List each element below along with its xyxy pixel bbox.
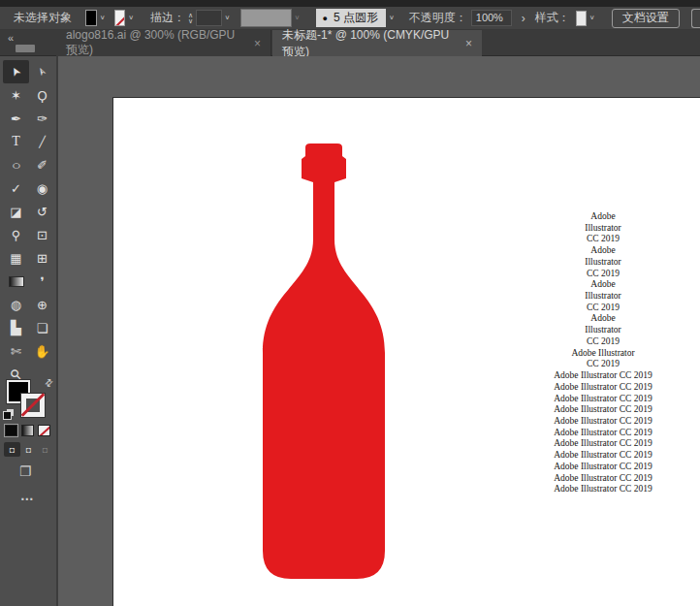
text-line: Adobe Illustrator CC 2019	[524, 428, 683, 439]
chevron-down-icon[interactable]: ∨	[589, 15, 595, 21]
gradient-tool[interactable]	[3, 270, 29, 293]
shape-builder-icon: ⊕	[37, 299, 48, 311]
shaper-tool[interactable]: ✓	[3, 176, 29, 200]
hand-icon: ✋	[34, 345, 49, 358]
brush-dot-icon: ●	[322, 14, 327, 23]
pen-tool[interactable]: ✒	[3, 107, 29, 130]
paintbrush-icon: ✐	[37, 159, 48, 172]
close-tab-icon[interactable]: ×	[254, 37, 261, 50]
text-line: Adobe Illustrator	[524, 348, 683, 360]
puppet-warp-icon: ⚲	[12, 229, 21, 241]
text-line: Adobe	[524, 313, 683, 325]
apply-gradient-button[interactable]	[21, 425, 34, 436]
text-line: Adobe Illustrator CC 2019	[524, 404, 683, 416]
text-line: Adobe Illustrator CC 2019	[524, 450, 683, 462]
magic-wand-tool[interactable]: ✶	[3, 83, 29, 107]
document-tab-untitled1[interactable]: 未标题-1* @ 100% (CMYK/GPU 预览) ×	[272, 30, 482, 56]
apply-color-button[interactable]	[5, 425, 17, 436]
apply-none-button[interactable]	[38, 425, 50, 436]
chevron-down-icon[interactable]: ∨	[389, 15, 395, 21]
text-line: Adobe Illustrator CC 2019	[524, 394, 683, 405]
graph-tool[interactable]: ▙	[3, 316, 29, 339]
puppet-warp-tool[interactable]: ⚲	[3, 223, 29, 246]
artboard-icon: ❏	[37, 322, 48, 335]
edit-toolbar-button[interactable]: ⋯	[20, 491, 34, 506]
screen-mode-button[interactable]: ❐	[19, 463, 32, 479]
document-setup-button[interactable]: 文档设置	[612, 9, 680, 28]
tools-grid: ➤➣✶Ϙ✒✑T╱○✐✓◉◪↺⚲⊡▦⊞❜◍⊕▙❏✄✋⚲	[3, 60, 55, 386]
eyedropper-icon: ❜	[40, 275, 44, 288]
text-line: Adobe	[524, 211, 683, 223]
opacity-label: 不透明度：	[409, 10, 467, 26]
text-line: CC 2019	[524, 336, 683, 348]
eraser-tool[interactable]: ◪	[3, 200, 29, 223]
curvature-icon: ✑	[37, 112, 48, 125]
chevron-down-icon[interactable]: ∨	[100, 15, 106, 21]
style-label: 样式：	[535, 10, 570, 26]
chevron-down-icon[interactable]: ∨	[128, 15, 134, 21]
eraser-icon: ◪	[10, 206, 21, 218]
apply-row	[5, 425, 50, 436]
lasso-tool[interactable]: Ϙ	[29, 83, 55, 107]
text-line: Adobe	[524, 245, 683, 257]
slice-tool[interactable]: ✄	[3, 339, 29, 363]
artboard-tool[interactable]: ❏	[29, 316, 55, 339]
partial-toolbar-button[interactable]	[691, 9, 700, 28]
type-icon: T	[12, 135, 20, 148]
draw-normal-button[interactable]: ◘	[4, 442, 20, 457]
text-line: Illustrator	[524, 223, 683, 235]
shaper-icon: ✓	[11, 182, 21, 195]
perspective-grid-tool[interactable]: ⊞	[29, 246, 55, 270]
draw-inside-button[interactable]: ◘	[37, 442, 53, 457]
text-line: CC 2019	[524, 269, 683, 280]
mesh-tool[interactable]: ▦	[3, 246, 29, 270]
stroke-none-swatch[interactable]	[21, 394, 45, 417]
chevron-down-icon[interactable]: ∨	[225, 15, 231, 21]
curvature-tool[interactable]: ✑	[29, 107, 55, 130]
tab-title: alogo816.ai @ 300% (RGB/GPU 预览)	[66, 28, 244, 58]
symbol-sprayer-tool[interactable]: ◍	[3, 293, 29, 316]
blob-brush-icon: ◉	[37, 182, 48, 195]
artboard-text[interactable]: AdobeIllustratorCC 2019AdobeIllustratorC…	[524, 211, 683, 495]
text-line: Adobe Illustrator CC 2019	[524, 370, 683, 382]
eyedropper-tool[interactable]: ❜	[29, 270, 55, 293]
line-segment-tool[interactable]: ╱	[29, 130, 55, 153]
gradient-icon	[9, 276, 24, 287]
opacity-panel-arrow-icon[interactable]: ›	[522, 12, 525, 25]
close-tab-icon[interactable]: ×	[465, 37, 472, 50]
type-tool[interactable]: T	[3, 130, 29, 153]
chevron-down-icon[interactable]: ∨	[295, 15, 301, 21]
draw-behind-button[interactable]: ◘	[20, 442, 37, 457]
free-transform-icon: ⊡	[37, 229, 48, 241]
selection-tool[interactable]: ➤	[3, 60, 29, 83]
document-tab-alogo816[interactable]: alogo816.ai @ 300% (RGB/GPU 预览) ×	[56, 30, 271, 56]
paintbrush-tool[interactable]: ✐	[29, 153, 55, 176]
default-fill-stroke-icon[interactable]	[3, 411, 12, 420]
opacity-field[interactable]: 100%	[471, 10, 512, 26]
selection-status-label: 未选择对象	[14, 10, 72, 26]
hand-tool[interactable]: ✋	[29, 339, 55, 363]
panel-grip[interactable]	[16, 45, 35, 52]
free-transform-tool[interactable]: ⊡	[29, 223, 55, 246]
fill-color-swatch[interactable]	[85, 10, 97, 26]
stroke-weight-stepper[interactable]: ∧ ∨	[188, 13, 193, 24]
text-line: CC 2019	[524, 359, 683, 370]
text-line: Adobe Illustrator CC 2019	[524, 473, 683, 485]
stroke-weight-field[interactable]	[196, 10, 221, 26]
stroke-color-swatch[interactable]	[114, 10, 126, 26]
brush-definition-dropdown[interactable]: ● 5 点圆形	[316, 9, 385, 27]
width-profile-dropdown[interactable]	[240, 9, 291, 27]
tools-panel: ➤➣✶Ϙ✒✑T╱○✐✓◉◪↺⚲⊡▦⊞❜◍⊕▙❏✄✋⚲ ⇄ ◘ ◘ ◘ ❐ ⋯	[0, 56, 58, 606]
brush-preset-label: 5 点圆形	[334, 10, 378, 26]
mesh-icon: ▦	[10, 252, 21, 265]
blob-brush-tool[interactable]: ◉	[29, 176, 55, 200]
rotate-tool[interactable]: ↺	[29, 200, 55, 223]
stepper-down-icon[interactable]: ∨	[188, 18, 193, 24]
shape-builder-tool[interactable]: ⊕	[29, 293, 55, 316]
text-line: Adobe Illustrator CC 2019	[524, 382, 683, 394]
ellipse-tool[interactable]: ○	[3, 153, 29, 176]
collapse-panel-icon[interactable]: «	[8, 32, 13, 44]
style-swatch[interactable]	[576, 11, 587, 26]
line-segment-icon: ╱	[39, 137, 46, 147]
direct-selection-tool[interactable]: ➣	[29, 60, 55, 83]
